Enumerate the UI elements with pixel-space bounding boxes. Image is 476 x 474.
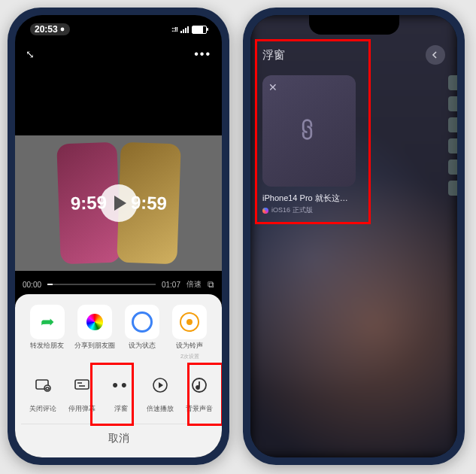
moments-icon	[86, 314, 103, 330]
tile-forward-friend[interactable]: ➦ 转发给朋友	[26, 305, 68, 360]
share-row: ➦ 转发给朋友 分享到朋友圈 设为状态 设为铃声 2次设置	[21, 305, 216, 368]
stage: 20:53 ::!! ⤡ ••• 9:59 9:59	[8, 8, 468, 465]
battery-icon	[192, 26, 207, 34]
chevron-left-icon	[432, 51, 439, 59]
floating-header: 浮窗	[250, 42, 457, 68]
tile-floating-window[interactable]: •• 浮窗	[104, 368, 138, 413]
tile-set-ringtone[interactable]: 设为铃声 2次设置	[168, 305, 211, 360]
card-title: iPhone14 Pro 就长这…	[262, 193, 356, 204]
card-subtitle: iOS16 正式版	[262, 205, 356, 215]
signal-icon	[180, 26, 189, 33]
status-ring-icon	[132, 311, 153, 333]
time-current: 00:00	[23, 281, 41, 289]
card-close-icon[interactable]: ✕	[268, 81, 277, 93]
speed-icon	[143, 368, 177, 403]
tile-label: 分享到朋友圈	[74, 342, 115, 350]
status-time: 20:53	[30, 23, 70, 35]
floating-dots-icon: ••	[104, 368, 138, 403]
tile-close-comments[interactable]: 关闭评论	[26, 368, 60, 413]
time-duration: 01:07	[162, 281, 180, 289]
tile-label: 背景声音	[186, 406, 213, 413]
svg-point-0	[60, 28, 64, 32]
svg-point-10	[196, 386, 199, 389]
tile-auto-scroll[interactable]: 自动上滑	[221, 368, 222, 413]
camera-dot-icon	[59, 26, 65, 32]
pip-icon[interactable]: ⧉	[208, 279, 214, 290]
tile-label: 设为状态	[129, 342, 156, 350]
play-button[interactable]	[100, 184, 138, 222]
tile-label: 倍速播放	[147, 406, 174, 413]
notch	[74, 15, 164, 35]
floating-title: 浮窗	[262, 48, 285, 62]
svg-rect-4	[75, 380, 89, 389]
tile-speed-playback[interactable]: 倍速播放	[143, 368, 177, 413]
play-icon	[114, 196, 126, 211]
tile-label: 停用弹幕	[68, 406, 96, 413]
danmu-icon	[65, 368, 99, 403]
network-indicator: ::!!	[171, 26, 177, 33]
collapse-icon[interactable]: ⤡	[26, 48, 35, 60]
status-time-text: 20:53	[35, 24, 58, 35]
tile-set-status[interactable]: 设为状态	[121, 305, 164, 360]
side-app-strip	[448, 75, 457, 397]
close-panel-button[interactable]	[426, 45, 445, 65]
audio-icon	[182, 368, 217, 403]
tile-label: 浮窗	[114, 406, 128, 413]
card-thumbnail: ✕	[262, 75, 356, 187]
video-preview[interactable]: 9:59 9:59	[15, 135, 222, 271]
tile-label: 设为铃声	[176, 342, 203, 350]
action-row: 关闭评论 停用弹幕 •• 浮窗	[21, 368, 216, 421]
tile-label: 关闭评论	[29, 406, 56, 413]
tile-background-audio[interactable]: 背景声音	[182, 368, 217, 413]
link-icon	[291, 113, 326, 148]
floating-card[interactable]: ✕ iPhone14 Pro 就长这… iOS16 正式版	[262, 75, 356, 215]
cancel-button[interactable]: 取消	[21, 424, 216, 450]
comment-lock-icon	[26, 368, 60, 403]
speed-label[interactable]: 倍速	[186, 279, 202, 290]
share-arrow-icon: ➦	[41, 312, 54, 332]
ringtone-icon	[180, 312, 199, 332]
tile-sublabel: 2次设置	[180, 353, 199, 360]
tile-share-moments[interactable]: 分享到朋友圈	[73, 305, 116, 360]
tile-disable-danmu[interactable]: 停用弹幕	[65, 368, 99, 413]
svg-marker-8	[159, 382, 163, 388]
screen-left: 20:53 ::!! ⤡ ••• 9:59 9:59	[15, 15, 222, 457]
auto-scroll-icon	[221, 368, 222, 403]
phone-right: 浮窗 ✕ iPhone14 Pro 就长这… iOS16 正式版	[243, 8, 465, 465]
notch	[309, 15, 399, 35]
more-icon[interactable]: •••	[194, 47, 211, 61]
screen-right: 浮窗 ✕ iPhone14 Pro 就长这… iOS16 正式版	[250, 15, 457, 457]
phone-left: 20:53 ::!! ⤡ ••• 9:59 9:59	[8, 8, 229, 465]
card-subtitle-text: iOS16 正式版	[271, 205, 313, 215]
action-sheet: ➦ 转发给朋友 分享到朋友圈 设为状态 设为铃声 2次设置	[15, 294, 222, 457]
video-top-bar: ⤡ •••	[15, 44, 222, 65]
progress-bar[interactable]	[47, 284, 156, 285]
progress-row: 00:00 01:07 倍速 ⧉	[15, 275, 222, 293]
tile-label: 转发给朋友	[30, 342, 64, 350]
